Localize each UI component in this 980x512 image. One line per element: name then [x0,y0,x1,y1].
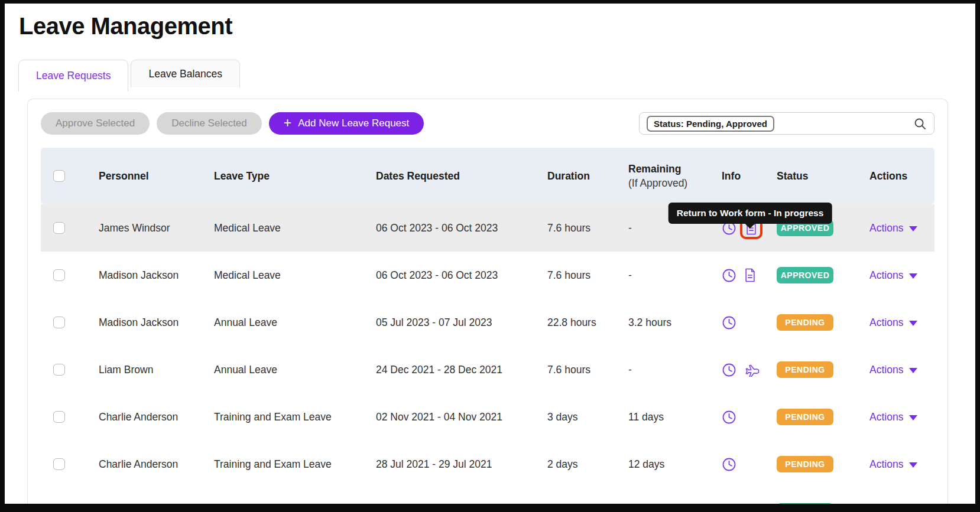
column-header-dates: Dates Requested [376,170,547,182]
table-row: Charlie Anderson Training and Exam Leave… [41,393,934,441]
tab-leave-requests-label: Leave Requests [36,70,111,82]
add-leave-request-button[interactable]: + Add New Leave Request [269,112,424,135]
personnel-cell: Madison Jackson [87,269,202,282]
status-badge: PENDING [777,361,833,378]
column-header-duration: Duration [547,170,628,182]
chevron-down-icon [909,510,917,512]
tooltip: Return to Work form - In progress [669,203,832,224]
row-checkbox[interactable] [53,364,65,376]
dates-requested-cell: 06 Oct 2023 - 06 Oct 2023 [376,269,547,282]
status-badge: PENDING [777,409,833,425]
duration-cell: 2 days [547,458,628,471]
table-row: Madison Jackson Medical Leave 06 Oct 202… [41,252,934,299]
row-actions-button[interactable]: Actions [869,411,917,423]
row-checkbox[interactable] [53,222,65,234]
chevron-down-icon [909,415,917,420]
row-actions-label: Actions [869,458,903,471]
leave-type-cell: Annual Leave [202,364,376,376]
chevron-down-icon [909,368,917,373]
dates-requested-cell: 06 Oct 2023 - 06 Oct 2023 [376,222,547,234]
remaining-cell: - [628,222,722,234]
row-actions-label: Actions [869,364,903,376]
personnel-cell: Liam Brown [87,364,202,376]
search-filter-input[interactable]: Status: Pending, Approved [639,112,934,135]
leave-type-cell: Annual Leave [202,317,376,329]
duration-cell: 7.6 hours [547,222,628,234]
leave-type-cell: Training and Exam Leave [202,458,376,471]
row-actions-button[interactable]: Actions [869,506,917,512]
info-cell [722,315,777,330]
document-icon[interactable] [744,268,757,282]
table-body: James Windsor Medical Leave 06 Oct 2023 … [41,204,934,512]
dates-requested-cell: 29 Jun 2021 - 30 Jun 2021 [376,506,547,512]
plus-icon: + [284,116,291,130]
add-leave-request-label: Add New Leave Request [298,118,409,129]
dates-requested-cell: 24 Dec 2021 - 28 Dec 2021 [376,364,547,376]
remaining-cell: 12 days [628,458,722,471]
row-checkbox[interactable] [53,458,65,470]
row-actions-button[interactable]: Actions [869,364,917,376]
row-checkbox[interactable] [53,269,65,281]
clock-icon[interactable] [722,315,736,330]
table-row: Charlie Anderson Annual Leave 29 Jun 202… [41,488,934,512]
personnel-cell: Charlie Anderson [87,411,202,423]
tab-leave-balances[interactable]: Leave Balances [131,60,240,87]
leave-requests-table: Personnel Leave Type Dates Requested Dur… [41,148,934,512]
dates-requested-cell: 28 Jul 2021 - 29 Jul 2021 [376,458,547,471]
remaining-cell: - [628,269,722,282]
leave-type-cell: Training and Exam Leave [202,411,376,423]
chevron-down-icon [909,321,917,326]
leave-requests-panel: Approve Selected Decline Selected + Add … [27,99,948,512]
clock-icon[interactable] [722,268,736,283]
status-badge: PENDING [777,314,833,331]
duration-cell: 12.1 hours [547,506,628,512]
status-badge: APPROVED [777,267,833,283]
row-checkbox[interactable] [53,506,65,512]
column-header-actions: Actions [869,170,934,182]
clock-icon[interactable] [722,363,736,377]
personnel-cell: James Windsor [87,222,202,234]
info-cell [722,504,777,512]
clock-icon[interactable] [722,504,736,512]
row-checkbox[interactable] [53,411,65,423]
chevron-down-icon [909,462,917,468]
personnel-cell: Charlie Anderson [87,506,202,512]
column-header-remaining: Remaining (If Approved) [628,163,722,190]
duration-cell: 3 days [547,411,628,423]
info-cell [722,268,777,283]
row-actions-button[interactable]: Actions [869,222,917,234]
decline-selected-button[interactable]: Decline Selected [157,112,262,135]
leave-type-cell: Annual Leave [202,506,376,512]
clock-icon[interactable] [722,457,736,472]
leave-type-cell: Medical Leave [202,222,376,234]
select-all-checkbox[interactable] [53,170,65,182]
clock-icon[interactable] [722,410,736,425]
duration-cell: 22.8 hours [547,317,628,329]
toolbar: Approve Selected Decline Selected + Add … [41,112,934,135]
info-cell [722,457,777,472]
tab-leave-requests[interactable]: Leave Requests [18,60,128,92]
table-row: James Windsor Medical Leave 06 Oct 2023 … [41,204,934,252]
remaining-cell: - [628,506,722,512]
row-actions-button[interactable]: Actions [869,317,917,329]
personnel-cell: Madison Jackson [87,317,202,329]
row-actions-button[interactable]: Actions [869,269,917,282]
search-icon[interactable] [913,117,927,131]
approve-selected-button[interactable]: Approve Selected [41,112,150,135]
row-actions-label: Actions [869,222,903,234]
chevron-down-icon [909,226,917,231]
column-header-status: Status [777,170,869,182]
remaining-cell: 11 days [628,411,722,423]
table-row: Charlie Anderson Training and Exam Leave… [41,441,934,488]
row-checkbox[interactable] [53,317,65,328]
row-actions-button[interactable]: Actions [869,458,917,471]
duration-cell: 7.6 hours [547,269,628,282]
chevron-down-icon [909,273,917,279]
status-filter-chip[interactable]: Status: Pending, Approved [647,116,774,132]
leave-type-cell: Medical Leave [202,269,376,282]
column-header-personnel: Personnel [87,170,202,182]
duration-cell: 7.6 hours [547,364,628,376]
status-badge: APPROVED [777,503,833,512]
tab-leave-balances-label: Leave Balances [148,68,222,80]
plane-icon[interactable] [744,363,760,377]
